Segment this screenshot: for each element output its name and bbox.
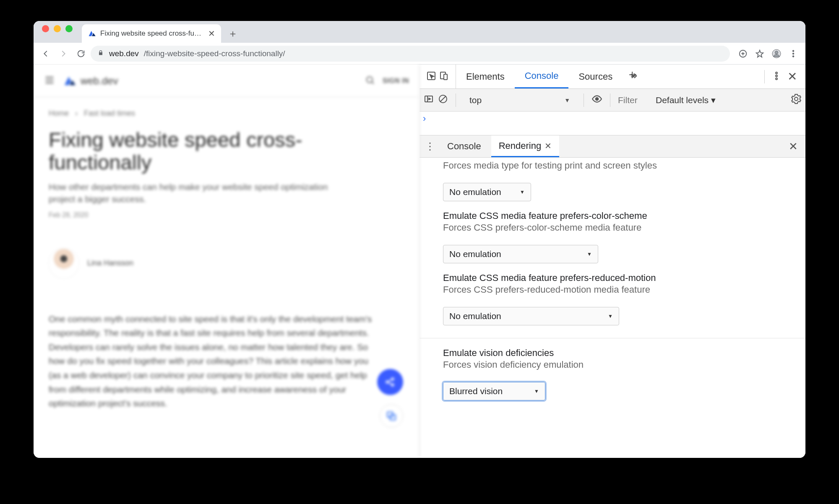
zoom-window-button[interactable]: [65, 25, 73, 32]
color-scheme-value: No emulation: [449, 249, 501, 259]
share-fab[interactable]: [377, 369, 403, 395]
log-levels-selector[interactable]: Default levels ▾: [656, 95, 716, 105]
drawer-close-icon[interactable]: ✕: [784, 140, 802, 153]
svg-point-21: [776, 78, 777, 80]
page-subtitle: How other departments can help make your…: [49, 181, 351, 205]
more-tabs-icon[interactable]: [623, 71, 644, 83]
svg-point-10: [367, 77, 373, 83]
media-type-value: No emulation: [449, 187, 501, 197]
minimize-window-button[interactable]: [54, 25, 61, 32]
rendering-panel[interactable]: Forces media type for testing print and …: [420, 158, 805, 458]
lock-icon: [97, 49, 104, 58]
search-icon[interactable]: [365, 75, 375, 87]
omnibox[interactable]: web.dev/fixing-website-speed-cross-funct…: [91, 46, 730, 62]
caret-down-icon: ▼: [564, 97, 570, 104]
author-block: Lina Hansson: [49, 248, 404, 278]
devtools-toolbar: Elements Console Sources ✕: [420, 65, 805, 89]
reduced-motion-value: No emulation: [449, 311, 501, 321]
browser-tab[interactable]: Fixing website speed cross-fu… ✕: [82, 24, 221, 43]
tab-title: Fixing website speed cross-fu…: [100, 29, 201, 38]
reduced-motion-select[interactable]: No emulation ▼: [443, 307, 619, 325]
color-scheme-description: Forces CSS prefers-color-scheme media fe…: [443, 222, 805, 233]
new-tab-button[interactable]: ＋: [225, 26, 240, 41]
devtools-close-icon[interactable]: ✕: [785, 70, 800, 83]
reload-button[interactable]: [73, 46, 89, 62]
forward-button[interactable]: [55, 46, 71, 62]
console-toolbar: top ▼ Default levels ▾: [420, 89, 805, 112]
vision-deficiency-description: Forces vision deficiency emulation: [443, 359, 805, 370]
sign-in-link[interactable]: SIGN IN: [383, 77, 409, 85]
svg-point-20: [776, 75, 777, 77]
devtools-panel: Elements Console Sources ✕ top ▼ Defau: [420, 65, 805, 458]
color-scheme-title: Emulate CSS media feature prefers-color-…: [443, 210, 805, 221]
tab-console[interactable]: Console: [515, 65, 569, 88]
page-title: Fixing website speed cross-functionally: [49, 129, 404, 174]
vision-deficiency-select[interactable]: Blurred vision ▼: [443, 382, 545, 400]
live-expression-icon[interactable]: [591, 94, 602, 107]
chevron-right-icon: ›: [75, 109, 78, 117]
drawer-tab-rendering-label: Rendering: [499, 140, 542, 151]
drawer-tab-rendering[interactable]: Rendering ✕: [491, 135, 560, 157]
author-name: Lina Hansson: [87, 259, 133, 268]
devtools-settings-icon[interactable]: [771, 71, 782, 83]
site-header: web.dev SIGN IN: [34, 65, 419, 97]
webdev-logo-icon: [63, 74, 76, 88]
svg-point-24: [596, 98, 599, 101]
breadcrumb-section[interactable]: Fast load times: [84, 109, 135, 117]
back-button[interactable]: [38, 46, 54, 62]
device-toolbar-icon[interactable]: [439, 71, 449, 83]
svg-point-19: [776, 72, 777, 74]
webpage-viewport: web.dev SIGN IN Home › Fast load times F…: [34, 65, 420, 458]
url-host: web.dev: [109, 49, 139, 58]
breadcrumb-home[interactable]: Home: [49, 109, 69, 117]
drawer-tab-console[interactable]: Console: [440, 135, 489, 157]
url-path: /fixing-website-speed-cross-functionally…: [144, 49, 285, 58]
bookmark-button[interactable]: [752, 46, 768, 62]
vision-deficiency-value: Blurred vision: [449, 386, 503, 396]
console-filter-input[interactable]: [618, 93, 651, 107]
reduced-motion-title: Emulate CSS media feature prefers-reduce…: [443, 273, 805, 283]
console-output[interactable]: ›: [420, 112, 805, 135]
console-settings-icon[interactable]: [791, 94, 801, 106]
breadcrumb: Home › Fast load times: [49, 109, 404, 118]
svg-point-6: [792, 53, 794, 55]
webdev-favicon-icon: [88, 29, 96, 38]
address-bar: web.dev/fixing-website-speed-cross-funct…: [34, 43, 805, 65]
svg-marker-8: [65, 77, 71, 85]
svg-rect-18: [444, 74, 447, 80]
svg-point-4: [775, 51, 778, 54]
svg-point-11: [386, 381, 388, 383]
inspect-element-icon[interactable]: [426, 71, 436, 83]
vision-deficiency-title: Emulate vision deficiencies: [443, 348, 805, 359]
tab-strip: Fixing website speed cross-fu… ✕ ＋: [34, 21, 805, 43]
drawer-more-icon[interactable]: ⋮: [423, 140, 437, 152]
close-window-button[interactable]: [42, 25, 49, 32]
caret-down-icon: ▼: [608, 313, 613, 319]
install-app-button[interactable]: [735, 46, 751, 62]
translate-fab[interactable]: [380, 404, 403, 428]
page-date: Feb 28, 2020: [49, 211, 404, 219]
profile-button[interactable]: [769, 46, 784, 62]
browser-window: { "browser": { "tab_title": "Fixing webs…: [34, 21, 805, 458]
svg-point-13: [391, 384, 393, 386]
chrome-menu-button[interactable]: [785, 46, 801, 62]
execution-context-selector[interactable]: top ▼: [464, 93, 576, 108]
clear-console-icon[interactable]: [438, 94, 448, 106]
tab-sources[interactable]: Sources: [568, 65, 623, 88]
avatar: [49, 248, 79, 278]
svg-point-7: [792, 55, 794, 57]
console-sidebar-toggle-icon[interactable]: [424, 94, 434, 106]
menu-icon[interactable]: [44, 74, 55, 88]
close-tab-button[interactable]: ✕: [208, 29, 215, 39]
caret-down-icon: ▼: [587, 251, 592, 257]
content-split: web.dev SIGN IN Home › Fast load times F…: [34, 65, 805, 458]
tab-elements[interactable]: Elements: [456, 65, 515, 88]
svg-point-12: [391, 378, 393, 380]
media-type-select[interactable]: No emulation ▼: [443, 183, 531, 201]
svg-point-5: [792, 50, 794, 52]
site-name: web.dev: [81, 75, 118, 87]
close-rendering-tab-icon[interactable]: ✕: [545, 141, 552, 151]
site-brand[interactable]: web.dev: [63, 74, 118, 88]
color-scheme-select[interactable]: No emulation ▼: [443, 245, 598, 263]
caret-down-icon: ▼: [534, 388, 539, 394]
